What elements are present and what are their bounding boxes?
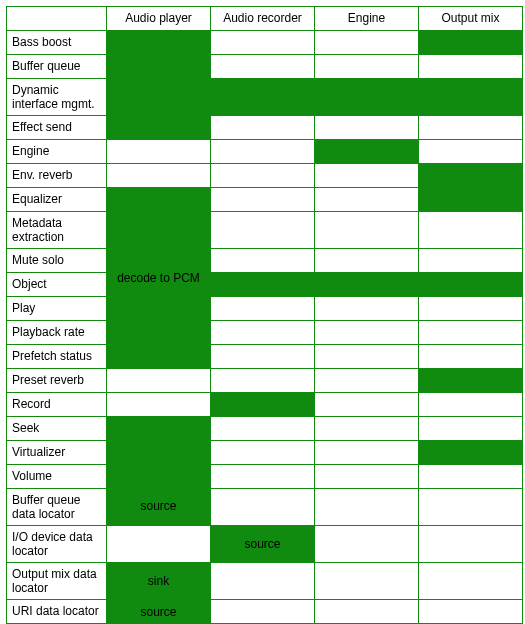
cell-supported [315, 140, 419, 164]
table-row: Buffer queue data locator [7, 489, 523, 526]
table-row: Record [7, 393, 523, 417]
cell [315, 297, 419, 321]
header-audio-recorder: Audio recorder [211, 7, 315, 31]
cell [211, 212, 315, 249]
header-engine: Engine [315, 7, 419, 31]
cell [315, 188, 419, 212]
table-row: Metadata extraction [7, 212, 523, 249]
table-row: Prefetch status [7, 345, 523, 369]
cell [211, 31, 315, 55]
cell [419, 563, 523, 600]
row-label: Virtualizer [7, 441, 107, 465]
cell [315, 345, 419, 369]
cell-supported: sink [107, 563, 211, 600]
cell [211, 321, 315, 345]
cell-supported: source [107, 600, 211, 624]
cell [211, 489, 315, 526]
cell [419, 140, 523, 164]
row-label: Object [7, 273, 107, 297]
cell [315, 393, 419, 417]
row-label: URI data locator [7, 600, 107, 624]
table-row: Output mix data locator sink [7, 563, 523, 600]
cell [315, 321, 419, 345]
cell [211, 417, 315, 441]
row-label: Playback rate [7, 321, 107, 345]
row-label: Preset reverb [7, 369, 107, 393]
cell [419, 116, 523, 140]
header-output-mix: Output mix [419, 7, 523, 31]
row-label: Mute solo [7, 249, 107, 273]
row-label: Prefetch status [7, 345, 107, 369]
table-row: Effect send [7, 116, 523, 140]
table-row: Dynamic interface mgmt. [7, 79, 523, 116]
cell [315, 164, 419, 188]
table-row: Virtualizer [7, 441, 523, 465]
cell [211, 55, 315, 79]
table-row: Engine [7, 140, 523, 164]
cell-supported [211, 273, 523, 297]
table-row: Playback rate [7, 321, 523, 345]
cell [419, 526, 523, 563]
table-row: I/O device data locator source [7, 526, 523, 563]
row-label: I/O device data locator [7, 526, 107, 563]
cell-supported [419, 369, 523, 393]
cell [419, 212, 523, 249]
table-row: URI data locator source [7, 600, 523, 624]
cell [211, 600, 315, 624]
cell [107, 369, 211, 393]
header-audio-player: Audio player [107, 7, 211, 31]
cell-supported [419, 441, 523, 465]
cell [211, 188, 315, 212]
row-label: Record [7, 393, 107, 417]
row-label: Seek [7, 417, 107, 441]
cell [107, 140, 211, 164]
cell [211, 116, 315, 140]
cell [419, 249, 523, 273]
row-label: Buffer queue data locator [7, 489, 107, 526]
row-label: Equalizer [7, 188, 107, 212]
cell [211, 140, 315, 164]
cell [419, 345, 523, 369]
row-label: Metadata extraction [7, 212, 107, 249]
table-row: Play [7, 297, 523, 321]
row-label: Env. reverb [7, 164, 107, 188]
cell [419, 600, 523, 624]
cell-supported: source [107, 417, 211, 526]
cell-supported [419, 31, 523, 55]
row-label: Output mix data locator [7, 563, 107, 600]
cell-supported [419, 164, 523, 212]
cell-supported [211, 393, 315, 417]
row-label: Buffer queue [7, 55, 107, 79]
cell [211, 369, 315, 393]
row-label: Bass boost [7, 31, 107, 55]
table-row: Buffer queue [7, 55, 523, 79]
cell [211, 563, 315, 600]
cell [419, 489, 523, 526]
support-matrix-table: Audio player Audio recorder Engine Outpu… [6, 6, 523, 624]
cell-supported: decode to PCM [107, 188, 211, 369]
cell-supported [107, 31, 211, 79]
cell-supported [107, 79, 523, 116]
cell [315, 212, 419, 249]
cell [315, 465, 419, 489]
table-row: Volume [7, 465, 523, 489]
cell [315, 55, 419, 79]
cell [315, 489, 419, 526]
cell [419, 393, 523, 417]
cell [315, 369, 419, 393]
cell [211, 441, 315, 465]
table-row: Object [7, 273, 523, 297]
cell [211, 345, 315, 369]
table-row: Seek source [7, 417, 523, 441]
row-label: Dynamic interface mgmt. [7, 79, 107, 116]
row-label: Effect send [7, 116, 107, 140]
cell [211, 249, 315, 273]
cell [315, 441, 419, 465]
cell [419, 297, 523, 321]
table-row: Mute solo [7, 249, 523, 273]
cell [107, 526, 211, 563]
cell-supported [107, 116, 211, 140]
cell [315, 563, 419, 600]
cell [211, 297, 315, 321]
table-row: Env. reverb [7, 164, 523, 188]
